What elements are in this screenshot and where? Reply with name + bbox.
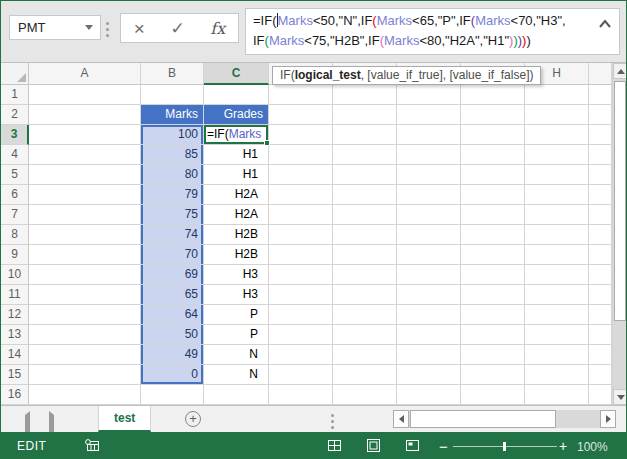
cell-E7[interactable] bbox=[333, 205, 397, 225]
zoom-slider-thumb[interactable] bbox=[503, 442, 506, 451]
cell-C16[interactable] bbox=[204, 385, 269, 405]
cell-D2[interactable] bbox=[269, 105, 333, 125]
cell-F4[interactable] bbox=[397, 145, 461, 165]
cell-partial5[interactable] bbox=[589, 165, 612, 185]
cell-partial15[interactable] bbox=[589, 365, 612, 385]
row-header-7[interactable]: 7 bbox=[1, 205, 29, 225]
cell-partial8[interactable] bbox=[589, 225, 612, 245]
cell-G2[interactable] bbox=[461, 105, 525, 125]
row-header-16[interactable]: 16 bbox=[1, 385, 29, 405]
cell-F16[interactable] bbox=[397, 385, 461, 405]
column-header-B[interactable]: B bbox=[141, 63, 204, 85]
cell-A6[interactable] bbox=[29, 185, 141, 205]
cell-D10[interactable] bbox=[269, 265, 333, 285]
cell-B5[interactable]: 80 bbox=[141, 165, 204, 185]
row-header-1[interactable]: 1 bbox=[1, 85, 29, 105]
cell-G16[interactable] bbox=[461, 385, 525, 405]
cell-G15[interactable] bbox=[461, 365, 525, 385]
row-header-11[interactable]: 11 bbox=[1, 285, 29, 305]
row-header-2[interactable]: 2 bbox=[1, 105, 29, 125]
cell-C8[interactable]: H2B bbox=[204, 225, 269, 245]
cell-C14[interactable]: N bbox=[204, 345, 269, 365]
cell-H7[interactable] bbox=[525, 205, 589, 225]
cell-H15[interactable] bbox=[525, 365, 589, 385]
cell-H11[interactable] bbox=[525, 285, 589, 305]
cell-H12[interactable] bbox=[525, 305, 589, 325]
zoom-in-icon[interactable]: + bbox=[559, 438, 567, 454]
cell-E3[interactable] bbox=[333, 125, 397, 145]
cell-B12[interactable]: 64 bbox=[141, 305, 204, 325]
previous-sheet-button[interactable] bbox=[25, 415, 30, 433]
cell-A7[interactable] bbox=[29, 205, 141, 225]
cell-G1[interactable] bbox=[461, 85, 525, 105]
row-header-4[interactable]: 4 bbox=[1, 145, 29, 165]
cell-B13[interactable]: 50 bbox=[141, 325, 204, 345]
cell-E15[interactable] bbox=[333, 365, 397, 385]
cell-D12[interactable] bbox=[269, 305, 333, 325]
cell-F15[interactable] bbox=[397, 365, 461, 385]
cell-B6[interactable]: 79 bbox=[141, 185, 204, 205]
row-header-3[interactable]: 3 bbox=[1, 125, 29, 145]
cell-C4[interactable]: H1 bbox=[204, 145, 269, 165]
row-header-12[interactable]: 12 bbox=[1, 305, 29, 325]
scroll-left-button[interactable] bbox=[393, 410, 409, 428]
cell-F3[interactable] bbox=[397, 125, 461, 145]
zoom-level[interactable]: 100% bbox=[577, 440, 608, 454]
cell-G9[interactable] bbox=[461, 245, 525, 265]
cell-H2[interactable] bbox=[525, 105, 589, 125]
cell-D15[interactable] bbox=[269, 365, 333, 385]
insert-function-icon[interactable]: fx bbox=[210, 19, 225, 38]
cell-partial4[interactable] bbox=[589, 145, 612, 165]
cell-B4[interactable]: 85 bbox=[141, 145, 204, 165]
cell-E2[interactable] bbox=[333, 105, 397, 125]
cell-E1[interactable] bbox=[333, 85, 397, 105]
scroll-right-button[interactable] bbox=[600, 410, 616, 428]
cell-D16[interactable] bbox=[269, 385, 333, 405]
cell-B9[interactable]: 70 bbox=[141, 245, 204, 265]
zoom-out-icon[interactable]: − bbox=[439, 438, 448, 455]
sheet-tab-test[interactable]: test bbox=[98, 406, 151, 432]
cell-B2[interactable]: Marks bbox=[141, 105, 204, 125]
cell-H6[interactable] bbox=[525, 185, 589, 205]
cell-C6[interactable]: H2A bbox=[204, 185, 269, 205]
cell-A12[interactable] bbox=[29, 305, 141, 325]
cell-F2[interactable] bbox=[397, 105, 461, 125]
macro-record-icon[interactable] bbox=[85, 439, 100, 452]
cell-D6[interactable] bbox=[269, 185, 333, 205]
cell-H8[interactable] bbox=[525, 225, 589, 245]
cell-C12[interactable]: P bbox=[204, 305, 269, 325]
tab-scrollbar-splitter[interactable] bbox=[331, 414, 334, 429]
cell-C5[interactable]: H1 bbox=[204, 165, 269, 185]
scroll-up-button[interactable] bbox=[613, 63, 627, 79]
column-header-C[interactable]: C bbox=[204, 63, 269, 85]
cell-A4[interactable] bbox=[29, 145, 141, 165]
cell-F14[interactable] bbox=[397, 345, 461, 365]
cell-G8[interactable] bbox=[461, 225, 525, 245]
cell-G7[interactable] bbox=[461, 205, 525, 225]
cell-partial13[interactable] bbox=[589, 325, 612, 345]
cell-C7[interactable]: H2A bbox=[204, 205, 269, 225]
cell-E11[interactable] bbox=[333, 285, 397, 305]
collapse-formula-bar-icon[interactable] bbox=[598, 18, 612, 30]
cell-G5[interactable] bbox=[461, 165, 525, 185]
cell-H4[interactable] bbox=[525, 145, 589, 165]
cell-E4[interactable] bbox=[333, 145, 397, 165]
cell-B10[interactable]: 69 bbox=[141, 265, 204, 285]
cell-D3[interactable] bbox=[269, 125, 333, 145]
cell-C13[interactable]: P bbox=[204, 325, 269, 345]
cell-D5[interactable] bbox=[269, 165, 333, 185]
cell-F9[interactable] bbox=[397, 245, 461, 265]
cell-H3[interactable] bbox=[525, 125, 589, 145]
cell-E10[interactable] bbox=[333, 265, 397, 285]
cell-G3[interactable] bbox=[461, 125, 525, 145]
column-header-A[interactable]: A bbox=[29, 63, 141, 85]
cell-F11[interactable] bbox=[397, 285, 461, 305]
cell-H16[interactable] bbox=[525, 385, 589, 405]
cell-A2[interactable] bbox=[29, 105, 141, 125]
row-header-14[interactable]: 14 bbox=[1, 345, 29, 365]
cell-F12[interactable] bbox=[397, 305, 461, 325]
cell-B11[interactable]: 65 bbox=[141, 285, 204, 305]
cell-F10[interactable] bbox=[397, 265, 461, 285]
cell-partial14[interactable] bbox=[589, 345, 612, 365]
cell-C2[interactable]: Grades bbox=[204, 105, 269, 125]
